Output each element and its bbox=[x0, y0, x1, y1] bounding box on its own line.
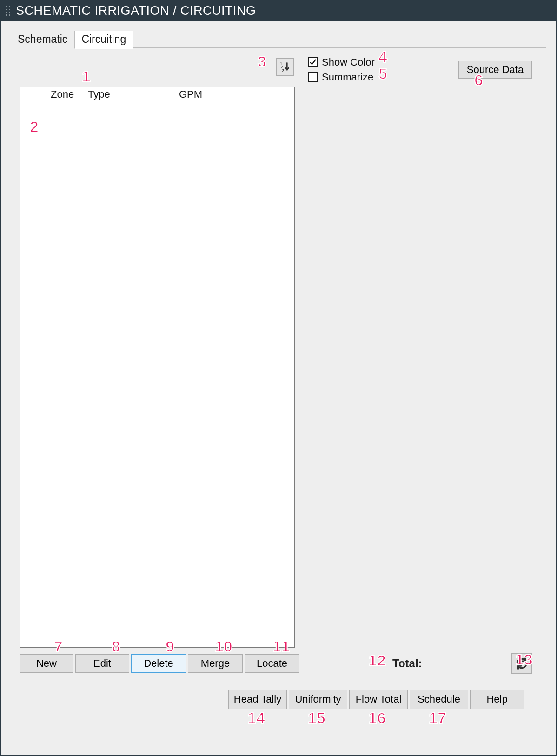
merge-button[interactable]: Merge bbox=[188, 654, 243, 673]
tab-strip: Schematic Circuiting bbox=[11, 31, 133, 49]
top-controls: 1 2 3 Show Color bbox=[11, 56, 546, 89]
svg-text:3: 3 bbox=[282, 68, 285, 73]
summarize-checkbox[interactable] bbox=[308, 72, 318, 82]
renumber-button[interactable]: 1 2 3 bbox=[276, 58, 294, 76]
titlebar: SCHEMATIC IRRIGATION / CIRCUITING bbox=[1, 0, 556, 21]
panel-body: Schematic Circuiting 1 2 3 bbox=[1, 21, 556, 755]
annotation-17: 17 bbox=[429, 709, 446, 727]
source-data-button[interactable]: Source Data bbox=[458, 61, 532, 79]
renumber-icon: 1 2 3 bbox=[279, 61, 291, 73]
window-title: SCHEMATIC IRRIGATION / CIRCUITING bbox=[16, 4, 256, 18]
schedule-button[interactable]: Schedule bbox=[410, 690, 468, 709]
tab-panel-circuiting: 1 2 3 Show Color bbox=[11, 47, 546, 746]
zone-action-buttons: New Edit Delete Merge Locate bbox=[20, 654, 299, 673]
flow-total-button[interactable]: Flow Total bbox=[349, 690, 408, 709]
grip-icon bbox=[6, 6, 10, 16]
grid-header-zone[interactable]: Zone bbox=[48, 87, 85, 103]
check-icon bbox=[309, 59, 317, 66]
grid-header-spacer bbox=[20, 87, 48, 103]
summarize-row: Summarize bbox=[308, 71, 375, 83]
zone-grid[interactable]: Zone Type GPM bbox=[20, 87, 295, 648]
summarize-label: Summarize bbox=[322, 71, 373, 83]
head-tally-button[interactable]: Head Tally bbox=[228, 690, 287, 709]
annotation-16: 16 bbox=[368, 709, 386, 727]
grid-header-type[interactable]: Type bbox=[85, 87, 176, 103]
app-window: SCHEMATIC IRRIGATION / CIRCUITING Schema… bbox=[0, 0, 557, 756]
show-color-row: Show Color bbox=[308, 56, 375, 68]
annotation-12: 12 bbox=[368, 651, 386, 670]
bottom-buttons: Head Tally Uniformity Flow Total Schedul… bbox=[228, 690, 532, 709]
show-color-checkbox[interactable] bbox=[308, 57, 318, 67]
edit-button[interactable]: Edit bbox=[75, 654, 129, 673]
grid-header-gpm[interactable]: GPM bbox=[176, 87, 227, 103]
help-button[interactable]: Help bbox=[470, 690, 524, 709]
annotation-14: 14 bbox=[247, 709, 265, 727]
delete-button[interactable]: Delete bbox=[131, 654, 186, 673]
show-color-label: Show Color bbox=[322, 56, 375, 68]
refresh-icon bbox=[515, 657, 529, 670]
grid-header: Zone Type GPM bbox=[20, 87, 294, 103]
checkbox-group: Show Color Summarize bbox=[308, 56, 375, 86]
new-button[interactable]: New bbox=[20, 654, 73, 673]
refresh-button[interactable] bbox=[511, 653, 532, 674]
tab-schematic[interactable]: Schematic bbox=[11, 31, 74, 49]
uniformity-button[interactable]: Uniformity bbox=[289, 690, 347, 709]
annotation-15: 15 bbox=[308, 709, 325, 727]
locate-button[interactable]: Locate bbox=[245, 654, 299, 673]
total-label: Total: bbox=[392, 657, 422, 670]
tab-circuiting[interactable]: Circuiting bbox=[74, 31, 133, 49]
